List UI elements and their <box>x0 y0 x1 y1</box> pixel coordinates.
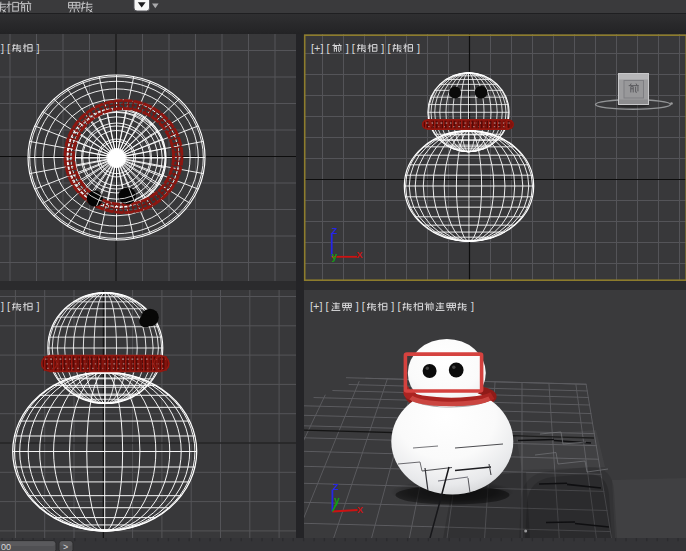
svg-text:X: X <box>357 505 363 515</box>
svg-text:] [: ] [ <box>388 300 400 312</box>
svg-text:] [: ] [ <box>353 300 365 312</box>
svg-text:]: ] <box>468 300 474 312</box>
svg-text:]: ] <box>34 42 40 54</box>
svg-text:>: > <box>63 542 68 551</box>
svg-text:]: ] <box>414 42 420 54</box>
svg-text:[+] [: [+] [ <box>310 300 329 312</box>
svg-text:y: y <box>334 495 340 506</box>
svg-text:y: y <box>332 251 338 262</box>
svg-text:X: X <box>357 250 363 260</box>
svg-text:] [: ] [ <box>1 42 10 54</box>
svg-text:] [: ] [ <box>378 42 390 54</box>
svg-text:00: 00 <box>1 542 11 551</box>
svg-text:Z: Z <box>333 482 339 492</box>
svg-text:Z: Z <box>332 226 338 236</box>
svg-text:] [: ] [ <box>343 42 355 54</box>
svg-text:[+] [: [+] [ <box>311 42 330 54</box>
svg-text:]: ] <box>34 300 40 312</box>
svg-text:] [: ] [ <box>1 300 10 312</box>
